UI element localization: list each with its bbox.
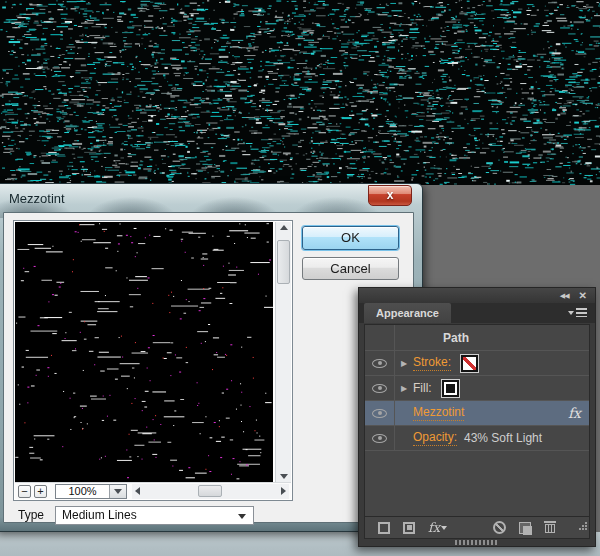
target-name: Path xyxy=(443,331,469,345)
type-dropdown[interactable]: Medium Lines xyxy=(55,506,254,525)
vertical-scroll-thumb[interactable] xyxy=(277,240,290,284)
preview-horizontal-scrollbar[interactable] xyxy=(132,484,289,499)
visibility-eye-icon[interactable] xyxy=(372,434,387,443)
appearance-row-stroke[interactable]: ▶ Stroke: xyxy=(365,351,589,376)
fill-label[interactable]: Fill: xyxy=(413,381,432,395)
visibility-eye-icon[interactable] xyxy=(372,359,387,368)
visibility-column xyxy=(365,325,395,350)
trash-lid xyxy=(544,521,556,523)
appearance-row-mezzotint[interactable]: Mezzotint fx xyxy=(365,401,589,426)
target-header-row: Path xyxy=(365,325,589,351)
visibility-eye-icon[interactable] xyxy=(372,409,387,418)
scroll-left-icon[interactable] xyxy=(135,487,140,495)
preview-vertical-scrollbar[interactable] xyxy=(275,222,291,482)
none-stroke-swatch[interactable] xyxy=(461,355,478,372)
opacity-value: 43% Soft Light xyxy=(464,431,542,445)
panel-toolbar: fx xyxy=(364,517,590,539)
mezzotint-effect-link[interactable]: Mezzotint xyxy=(413,405,464,421)
collapse-to-icons-icon[interactable]: ◀◀ xyxy=(560,292,569,300)
dialog-client-area: − + 100% OK Cancel xyxy=(3,212,414,523)
close-button[interactable]: x xyxy=(368,185,412,206)
opacity-link[interactable]: Opacity: xyxy=(413,430,457,446)
chevron-down-icon xyxy=(568,311,574,315)
stroke-link[interactable]: Stroke: xyxy=(413,355,451,371)
preview-image[interactable] xyxy=(15,222,273,483)
appearance-list: Path ▶ Stroke: ▶ Fill: Mezzotint fx xyxy=(364,324,590,517)
add-new-effect-icon[interactable]: fx xyxy=(428,520,447,535)
panel-menu-icon[interactable] xyxy=(568,308,587,317)
appearance-panel: ◀◀ ✕ Appearance Path ▶ Stroke: ▶ xyxy=(358,287,596,547)
black-fill-swatch[interactable] xyxy=(442,380,459,397)
zoom-out-button[interactable]: − xyxy=(18,485,31,498)
zoom-in-button[interactable]: + xyxy=(34,485,47,498)
delete-selected-item-icon[interactable] xyxy=(544,521,556,534)
horizontal-scroll-thumb[interactable] xyxy=(198,485,222,497)
appearance-row-fill[interactable]: ▶ Fill: xyxy=(365,376,589,401)
type-row: Type Medium Lines xyxy=(4,506,413,526)
zoom-level-value: 100% xyxy=(56,485,109,498)
zoom-level-combo[interactable]: 100% xyxy=(55,484,127,499)
menu-bars-icon xyxy=(576,308,587,317)
chevron-down-icon xyxy=(441,526,447,530)
duplicate-selected-item-icon[interactable] xyxy=(519,522,531,534)
filter-preview: − + 100% xyxy=(13,220,293,501)
ok-button[interactable]: OK xyxy=(302,226,399,250)
chevron-down-icon xyxy=(238,514,246,519)
dialog-title: Mezzotint xyxy=(9,191,65,206)
screen: Mezzotint x − + 100% xyxy=(0,0,600,556)
tab-appearance[interactable]: Appearance xyxy=(364,303,451,323)
mezzotint-artwork-texture xyxy=(0,0,600,186)
close-icon: x xyxy=(387,188,394,202)
visibility-eye-icon[interactable] xyxy=(372,384,387,393)
trash-can xyxy=(545,524,555,533)
scroll-down-icon[interactable] xyxy=(280,474,288,479)
fx-label: fx xyxy=(428,520,440,535)
add-new-stroke-icon[interactable] xyxy=(378,522,390,534)
type-label: Type xyxy=(18,508,44,522)
expand-arrow-icon[interactable]: ▶ xyxy=(395,384,413,393)
panel-drag-handle[interactable] xyxy=(455,540,499,545)
scroll-up-icon[interactable] xyxy=(280,225,288,230)
type-dropdown-value: Medium Lines xyxy=(62,508,137,522)
fx-effect-icon[interactable]: fx xyxy=(568,405,581,421)
add-new-fill-icon[interactable] xyxy=(403,522,415,534)
zoom-dropdown-button[interactable] xyxy=(109,485,126,498)
panel-resize-grip-icon[interactable] xyxy=(578,521,587,530)
clear-appearance-icon[interactable] xyxy=(493,521,506,534)
chevron-down-icon xyxy=(114,489,122,494)
panel-tab-row: Appearance xyxy=(359,303,595,323)
expand-arrow-icon[interactable]: ▶ xyxy=(395,359,413,368)
panel-close-icon[interactable]: ✕ xyxy=(579,292,587,300)
scroll-right-icon[interactable] xyxy=(281,487,286,495)
cancel-button[interactable]: Cancel xyxy=(302,257,399,280)
preview-controls-row: − + 100% xyxy=(15,482,291,499)
appearance-row-opacity[interactable]: Opacity: 43% Soft Light xyxy=(365,426,589,451)
panel-header-bar: ◀◀ ✕ xyxy=(359,288,595,303)
